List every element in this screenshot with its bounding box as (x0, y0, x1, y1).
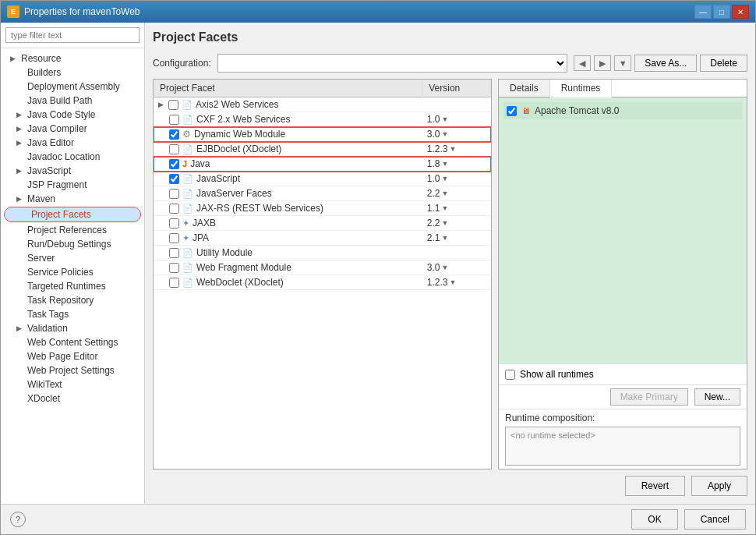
maximize-button[interactable]: □ (713, 5, 730, 19)
expand-icon (16, 282, 24, 290)
table-row[interactable]: ▶ 📄 Axis2 Web Services (154, 97, 491, 112)
facet-checkbox[interactable] (169, 263, 179, 273)
make-primary-button[interactable]: Make Primary (610, 388, 688, 406)
sidebar-item-wikitext[interactable]: WikiText (1, 377, 144, 392)
version-dropdown-icon[interactable]: ▼ (441, 130, 448, 138)
sidebar-item-java-build-path[interactable]: Java Build Path (1, 94, 144, 108)
revert-button[interactable]: Revert (625, 476, 685, 496)
show-all-checkbox[interactable] (505, 370, 515, 380)
version-dropdown-icon[interactable]: ▼ (441, 219, 448, 227)
dropdown-button[interactable]: ▼ (614, 55, 631, 71)
facet-checkbox[interactable] (169, 115, 179, 125)
sidebar-item-web-project-settings[interactable]: Web Project Settings (1, 363, 144, 377)
facet-checkbox[interactable] (169, 174, 179, 184)
facet-checkbox[interactable] (169, 204, 179, 214)
close-button[interactable]: ✕ (732, 5, 749, 19)
table-row[interactable]: 📄 JavaServer Faces 2.2 ▼ (154, 186, 491, 201)
facet-version: 1.2.3 (427, 277, 448, 288)
config-label: Configuration: (153, 58, 211, 69)
sidebar-item-run/debug-settings[interactable]: Run/Debug Settings (1, 237, 144, 251)
sidebar-item-javadoc-location[interactable]: Javadoc Location (1, 150, 144, 164)
page-icon: 📄 (182, 263, 193, 273)
facet-checkbox[interactable] (168, 100, 178, 110)
facet-checkbox[interactable] (169, 144, 179, 154)
sidebar-item-project-references[interactable]: Project References (1, 223, 144, 237)
sidebar-item-java-editor[interactable]: ▶Java Editor (1, 136, 144, 150)
sidebar-item-label: Resource (21, 53, 61, 64)
sidebar-item-jsp-fragment[interactable]: JSP Fragment (1, 178, 144, 192)
ok-button[interactable]: OK (631, 509, 677, 530)
table-row[interactable]: 📄 CXF 2.x Web Services 1.0 ▼ (154, 112, 491, 127)
save-as-button[interactable]: Save As... (634, 55, 697, 72)
version-dropdown-icon[interactable]: ▼ (441, 115, 448, 123)
sidebar-item-deployment-assembly[interactable]: Deployment Assembly (1, 80, 144, 94)
sidebar-item-resource[interactable]: ▶Resource (1, 51, 144, 66)
facet-version: 1.2.3 (427, 143, 448, 154)
forward-button[interactable]: ▶ (594, 55, 611, 71)
table-row[interactable]: ✦ JPA 2.1 ▼ (154, 231, 491, 246)
search-input[interactable] (5, 27, 140, 43)
facet-checkbox[interactable] (169, 233, 179, 243)
delete-button[interactable]: Delete (700, 55, 747, 72)
facet-version: 2.2 (427, 218, 440, 229)
sidebar-item-label: Web Project Settings (27, 365, 115, 376)
facet-checkbox[interactable] (169, 248, 179, 258)
table-row[interactable]: ⚙ Dynamic Web Module 3.0 ▼ (154, 127, 491, 142)
help-button[interactable]: ? (10, 512, 26, 527)
version-dropdown-icon[interactable]: ▼ (441, 264, 448, 271)
config-row: Configuration: ◀ ▶ ▼ Save As... Delete (153, 54, 747, 73)
page-icon: 📄 (182, 100, 193, 110)
java-icon: J (182, 159, 187, 168)
table-row[interactable]: 📄 Utility Module (154, 246, 491, 260)
sidebar-item-java-compiler[interactable]: ▶Java Compiler (1, 122, 144, 136)
runtime-checkbox[interactable] (507, 106, 517, 116)
sidebar-item-service-policies[interactable]: Service Policies (1, 265, 144, 279)
version-dropdown-icon[interactable]: ▼ (449, 145, 456, 153)
facet-checkbox[interactable] (169, 129, 179, 140)
table-row[interactable]: ✦ JAXB 2.2 ▼ (154, 216, 491, 231)
sidebar-item-builders[interactable]: Builders (1, 66, 144, 80)
table-row[interactable]: 📄 Web Fragment Module 3.0 ▼ (154, 260, 491, 275)
table-row[interactable]: 📄 EJBDoclet (XDoclet) 1.2.3 ▼ (154, 142, 491, 157)
new-runtime-button[interactable]: New... (694, 388, 740, 406)
sidebar-item-targeted-runtimes[interactable]: Targeted Runtimes (1, 279, 144, 293)
sidebar-item-java-code-style[interactable]: ▶Java Code Style (1, 108, 144, 122)
config-select[interactable] (217, 54, 568, 73)
sidebar-item-web-content-settings[interactable]: Web Content Settings (1, 335, 144, 349)
sidebar-item-javascript[interactable]: ▶JavaScript (1, 164, 144, 178)
sidebar-item-server[interactable]: Server (1, 251, 144, 265)
cancel-button[interactable]: Cancel (684, 509, 746, 530)
facet-checkbox[interactable] (169, 218, 179, 229)
sidebar-item-web-page-editor[interactable]: Web Page Editor (1, 349, 144, 363)
tab-details[interactable]: Details (499, 80, 550, 97)
table-row[interactable]: 📄 JAX-RS (REST Web Services) 1.1 ▼ (154, 201, 491, 216)
page-icon: 📄 (182, 115, 193, 125)
facet-checkbox[interactable] (169, 189, 179, 199)
facet-label: Web Fragment Module (196, 262, 291, 273)
table-row[interactable]: 📄 JavaScript 1.0 ▼ (154, 172, 491, 186)
version-dropdown-icon[interactable]: ▼ (441, 175, 448, 182)
minimize-button[interactable]: — (694, 5, 712, 19)
puzzle-icon: ✦ (182, 233, 189, 243)
facet-checkbox[interactable] (169, 278, 179, 288)
version-dropdown-icon[interactable]: ▼ (449, 278, 456, 286)
table-row[interactable]: 📄 WebDoclet (XDoclet) 1.2.3 ▼ (154, 275, 491, 290)
page-icon: 📄 (182, 248, 193, 258)
sidebar-item-task-repository[interactable]: Task Repository (1, 293, 144, 307)
sidebar-item-xdoclet[interactable]: XDoclet (1, 392, 144, 406)
version-dropdown-icon[interactable]: ▼ (441, 160, 448, 168)
facet-checkbox[interactable] (169, 159, 179, 169)
apply-button[interactable]: Apply (691, 476, 747, 496)
version-dropdown-icon[interactable]: ▼ (441, 204, 448, 212)
table-row[interactable]: J Java 1.8 ▼ (154, 157, 491, 172)
sidebar-item-task-tags[interactable]: Task Tags (1, 307, 144, 321)
sidebar-item-project-facets[interactable]: Project Facets (4, 207, 141, 222)
version-dropdown-icon[interactable]: ▼ (441, 190, 448, 197)
version-dropdown-icon[interactable]: ▼ (441, 234, 448, 242)
tab-runtimes[interactable]: Runtimes (550, 80, 613, 97)
back-button[interactable]: ◀ (574, 55, 591, 71)
sidebar-item-validation[interactable]: ▶Validation (1, 321, 144, 335)
nav-arrows: ◀ ▶ ▼ (574, 55, 631, 71)
sidebar-item-maven[interactable]: ▶Maven (1, 192, 144, 206)
facets-table-container: Project Facet Version ▶ 📄 Axis2 Web Serv… (153, 79, 492, 469)
